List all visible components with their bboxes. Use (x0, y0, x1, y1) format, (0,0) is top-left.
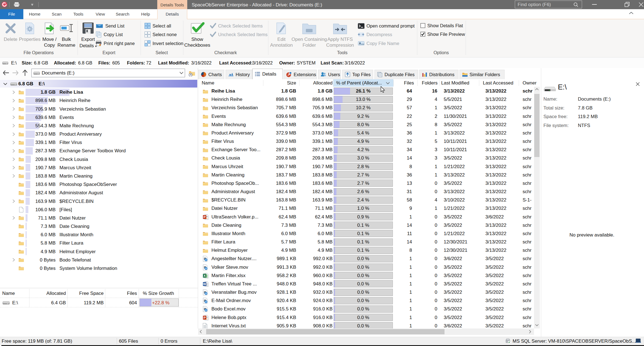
svg-text:A: A (359, 42, 361, 45)
svg-text:P: P (204, 215, 206, 219)
svg-text:X: X (204, 274, 206, 277)
svg-text:P: P (204, 316, 206, 319)
svg-text:W: W (203, 282, 206, 286)
